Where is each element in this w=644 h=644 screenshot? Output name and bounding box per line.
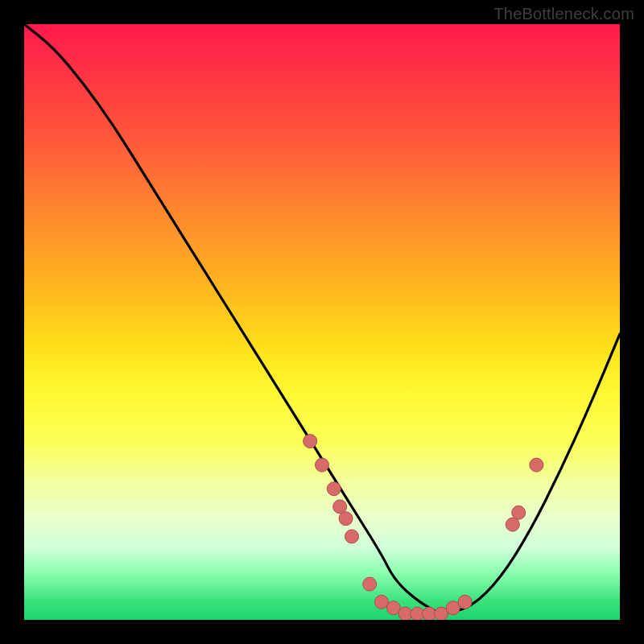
data-point bbox=[345, 530, 359, 543]
plot-area bbox=[24, 24, 620, 620]
data-point bbox=[316, 458, 329, 472]
bottleneck-curve bbox=[24, 24, 620, 613]
data-point bbox=[303, 435, 317, 448]
data-point bbox=[530, 458, 543, 472]
chart-frame: TheBottleneck.com bbox=[0, 0, 644, 644]
data-point bbox=[512, 506, 526, 519]
attribution-text: TheBottleneck.com bbox=[493, 5, 634, 23]
data-point bbox=[339, 512, 353, 526]
data-point bbox=[327, 482, 341, 496]
data-point bbox=[363, 577, 377, 591]
chart-svg bbox=[24, 24, 620, 620]
data-point bbox=[458, 595, 472, 609]
data-points-group bbox=[303, 435, 543, 621]
